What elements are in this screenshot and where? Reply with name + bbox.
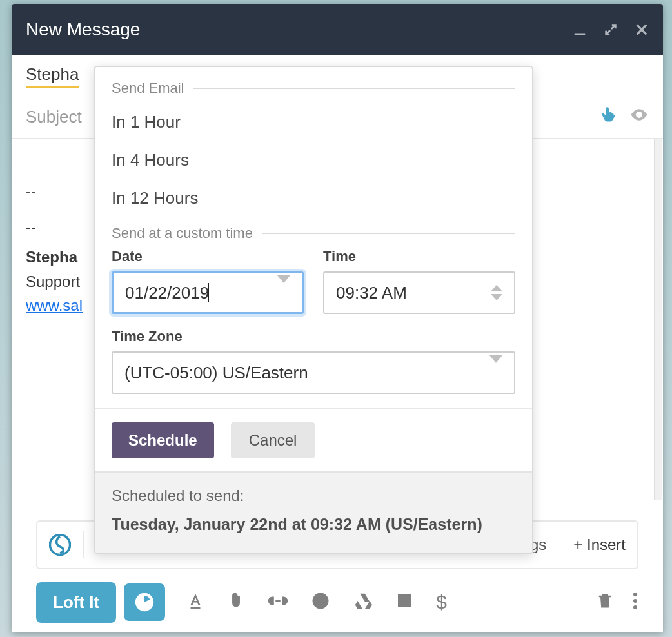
dollar-icon[interactable]: $ [436, 591, 447, 613]
svg-rect-0 [575, 34, 586, 35]
svg-point-6 [633, 593, 637, 596]
scheduled-label: Scheduled to send: [112, 487, 515, 505]
chevron-down-icon[interactable] [277, 283, 290, 303]
timezone-value: (UTC-05:00) US/Eastern [124, 363, 308, 383]
timezone-label: Time Zone [112, 328, 515, 345]
time-spinner[interactable] [491, 285, 502, 300]
action-bar: Loft It $ [36, 580, 638, 625]
date-input[interactable]: 01/22/2019 [112, 271, 304, 314]
window-title: New Message [26, 19, 573, 40]
send-email-legend: Send Email [112, 80, 515, 97]
minimize-icon[interactable] [573, 23, 587, 37]
text-cursor [208, 283, 209, 302]
send-email-legend-text: Send Email [112, 80, 184, 97]
schedule-popover: Send Email In 1 Hour In 4 Hours In 12 Ho… [94, 66, 533, 554]
custom-time-legend: Send at a custom time [112, 225, 515, 242]
time-input[interactable]: 09:32 AM [323, 271, 515, 314]
image-icon[interactable] [395, 591, 414, 613]
cancel-button[interactable]: Cancel [231, 422, 315, 458]
recipient-chip[interactable]: Stepha [26, 64, 79, 88]
signature-link[interactable]: www.sal [26, 297, 83, 314]
window-controls [573, 23, 649, 37]
hand-pointer-icon[interactable] [600, 106, 618, 128]
divider [83, 531, 84, 558]
trash-icon[interactable] [596, 591, 614, 613]
insert-button[interactable]: + Insert [573, 536, 626, 554]
expand-icon[interactable] [604, 23, 618, 37]
compose-window: New Message Stepha Subject -- [12, 4, 663, 632]
svg-point-5 [322, 598, 324, 600]
format-toolbar: $ [186, 591, 447, 613]
svg-point-4 [317, 598, 319, 600]
send-in-1-hour[interactable]: In 1 Hour [112, 103, 515, 141]
schedule-button[interactable]: Schedule [112, 422, 214, 458]
schedule-send-button[interactable] [124, 583, 165, 621]
text-format-icon[interactable] [186, 591, 205, 613]
scheduled-preview: Scheduled to send: Tuesday, January 22nd… [95, 471, 532, 553]
send-in-4-hours[interactable]: In 4 Hours [112, 141, 515, 179]
emoji-icon[interactable] [311, 591, 330, 613]
salesloft-logo-icon[interactable] [49, 534, 71, 556]
date-value: 01/22/2019 [125, 283, 209, 303]
svg-point-7 [633, 599, 637, 603]
popover-buttons: Schedule Cancel [95, 408, 532, 471]
svg-point-3 [313, 594, 328, 609]
custom-time-legend-text: Send at a custom time [112, 225, 253, 242]
more-vert-icon[interactable] [632, 591, 638, 613]
scheduled-datetime: Tuesday, January 22nd at 09:32 AM (US/Ea… [112, 515, 515, 534]
eye-icon[interactable] [629, 105, 649, 129]
drive-icon[interactable] [352, 591, 373, 613]
time-label: Time [323, 248, 515, 265]
scrollbar[interactable] [654, 139, 662, 500]
loft-it-button[interactable]: Loft It [36, 582, 116, 623]
date-label: Date [112, 248, 304, 265]
attachment-icon[interactable] [227, 591, 245, 613]
svg-point-8 [633, 605, 637, 609]
chevron-down-icon[interactable] [489, 363, 502, 383]
titlebar: New Message [12, 4, 663, 55]
close-icon[interactable] [635, 23, 649, 37]
send-in-12-hours[interactable]: In 12 Hours [112, 179, 515, 217]
timezone-select[interactable]: (UTC-05:00) US/Eastern [112, 351, 515, 394]
link-icon[interactable] [267, 591, 289, 613]
time-value: 09:32 AM [336, 283, 407, 303]
